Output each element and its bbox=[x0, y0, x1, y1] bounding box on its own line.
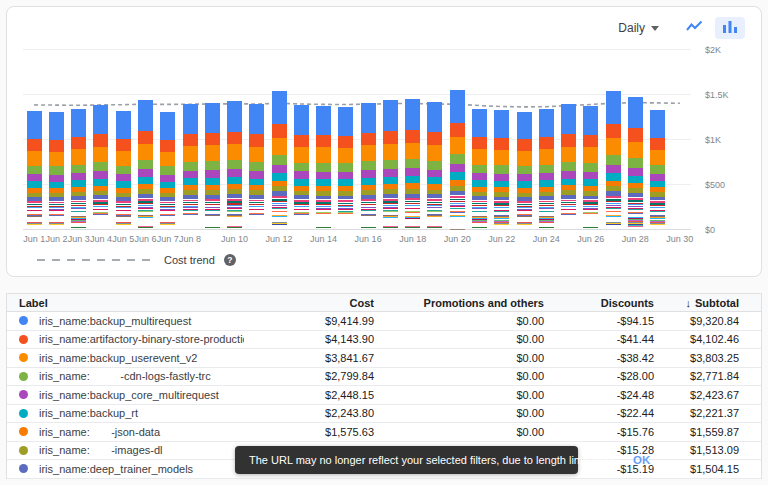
stacked-bar-jun-10[interactable] bbox=[227, 101, 242, 230]
bar-segment bbox=[405, 159, 420, 168]
bar-segment bbox=[27, 229, 42, 230]
stacked-bar-jun-14[interactable] bbox=[316, 106, 331, 230]
stacked-bar-jun-21[interactable] bbox=[472, 109, 487, 230]
stacked-bar-jun-16[interactable] bbox=[361, 103, 376, 230]
x-tick-label: Jun 22 bbox=[480, 234, 524, 244]
bar-segment bbox=[183, 134, 198, 147]
bar-segment bbox=[606, 165, 621, 173]
stacked-bar-jun-9[interactable] bbox=[205, 103, 220, 230]
bar-segment bbox=[227, 169, 242, 177]
bar-segment bbox=[361, 103, 376, 133]
bar-segment bbox=[650, 150, 665, 165]
bar-segment bbox=[361, 161, 376, 170]
stacked-bar-jun-24[interactable] bbox=[539, 109, 554, 230]
bar-segment bbox=[494, 150, 509, 165]
bar-segment bbox=[383, 229, 398, 230]
bar-segment bbox=[472, 109, 487, 137]
bar-segment bbox=[405, 130, 420, 143]
x-tick-label: Jun 24 bbox=[524, 234, 568, 244]
bar-segment bbox=[517, 151, 532, 166]
stacked-bar-jun-23[interactable] bbox=[517, 112, 532, 230]
bar-segment bbox=[272, 165, 287, 173]
row-label: iris_name: -cdn-logs-fastly-trc bbox=[39, 370, 211, 382]
x-tick-label: Jun 8 bbox=[168, 234, 212, 244]
bar-segment bbox=[539, 173, 554, 180]
stacked-bar-jun-22[interactable] bbox=[494, 110, 509, 230]
x-tick-label: Jun 10 bbox=[213, 234, 257, 244]
bar-segment bbox=[272, 91, 287, 124]
bar-segment bbox=[561, 171, 576, 179]
help-icon[interactable]: ? bbox=[224, 254, 236, 266]
bar-segment bbox=[472, 180, 487, 187]
header-subtotal[interactable]: ↓ Subtotal bbox=[654, 297, 739, 309]
stacked-bar-jun-18[interactable] bbox=[405, 99, 420, 230]
bar-segment bbox=[249, 179, 264, 186]
stacked-bar-jun-28[interactable] bbox=[628, 97, 643, 230]
header-discounts[interactable]: Discounts bbox=[544, 297, 654, 309]
stacked-bar-jun-6[interactable] bbox=[138, 100, 153, 230]
row-color-dot bbox=[19, 446, 28, 455]
stacked-bar-jun-2[interactable] bbox=[49, 112, 64, 230]
cost-trend-label: Cost trend bbox=[164, 254, 215, 266]
row-label: iris_name:backup_multirequest bbox=[39, 315, 191, 327]
row-subtotal: $2,771.84 bbox=[654, 370, 739, 382]
bar-segment bbox=[361, 145, 376, 161]
bar-segment bbox=[539, 180, 554, 187]
bar-segment bbox=[71, 149, 86, 164]
line-chart-toggle-button[interactable] bbox=[679, 17, 709, 39]
toast-message: The URL may no longer reflect your selec… bbox=[249, 454, 621, 466]
stacked-bar-jun-15[interactable] bbox=[338, 107, 353, 230]
bar-segment bbox=[227, 160, 242, 169]
bar-segment bbox=[427, 161, 442, 170]
stacked-bar-jun-26[interactable] bbox=[583, 106, 598, 230]
stacked-bar-jun-29[interactable] bbox=[650, 110, 665, 230]
row-cost: $9,414.99 bbox=[244, 315, 374, 327]
cost-chart-card: Daily bbox=[6, 6, 762, 277]
bar-chart-toggle-button[interactable] bbox=[715, 17, 745, 39]
bar-segment bbox=[650, 138, 665, 150]
toast-ok-button[interactable]: OK bbox=[633, 454, 650, 466]
x-tick-label: Jun 30 bbox=[658, 234, 702, 244]
stacked-bar-jun-12[interactable] bbox=[272, 91, 287, 230]
stacked-bar-jun-19[interactable] bbox=[427, 102, 442, 230]
stacked-bar-jun-7[interactable] bbox=[160, 112, 175, 230]
stacked-bar-jun-11[interactable] bbox=[249, 104, 264, 230]
stacked-bar-jun-5[interactable] bbox=[116, 111, 131, 230]
bar-segment bbox=[116, 151, 131, 166]
bar-segment bbox=[205, 229, 220, 230]
table-row: iris_name: -json-data $1,575.63 $0.00 -$… bbox=[7, 423, 761, 442]
interval-dropdown[interactable]: Daily bbox=[618, 21, 659, 35]
bar-segment bbox=[138, 229, 153, 230]
header-label[interactable]: Label bbox=[7, 297, 244, 309]
y-axis: $0$500$1K$1.5K$2K bbox=[699, 50, 739, 230]
bar-segment bbox=[539, 149, 554, 164]
row-cost: $1,575.63 bbox=[244, 426, 374, 438]
bar-segment bbox=[405, 168, 420, 176]
bar-segment bbox=[294, 163, 309, 172]
chart-type-toggles bbox=[679, 17, 745, 39]
bar-segment bbox=[650, 181, 665, 188]
bar-segment bbox=[93, 171, 108, 179]
stacked-bar-jun-20[interactable] bbox=[450, 90, 465, 230]
bar-segment bbox=[450, 90, 465, 123]
bar-segment bbox=[138, 160, 153, 169]
stacked-bar-jun-25[interactable] bbox=[561, 104, 576, 230]
row-discounts: -$24.48 bbox=[544, 389, 654, 401]
bar-segment bbox=[628, 97, 643, 128]
y-tick-label: $1.5K bbox=[705, 90, 729, 100]
stacked-bar-jun-17[interactable] bbox=[383, 100, 398, 230]
stacked-bar-jun-4[interactable] bbox=[93, 105, 108, 230]
stacked-bar-jun-8[interactable] bbox=[183, 104, 198, 230]
row-promotions: $0.00 bbox=[374, 352, 544, 364]
header-promotions[interactable]: Promotions and others bbox=[374, 297, 544, 309]
stacked-bar-jun-13[interactable] bbox=[294, 105, 309, 230]
row-label: iris_name:artifactory-binary-store-produ… bbox=[39, 333, 244, 345]
bar-segment bbox=[517, 174, 532, 181]
stacked-bar-jun-3[interactable] bbox=[71, 109, 86, 230]
bar-segment bbox=[227, 177, 242, 184]
header-cost[interactable]: Cost bbox=[244, 297, 374, 309]
stacked-bar-jun-1[interactable] bbox=[27, 111, 42, 230]
bar-segment bbox=[183, 104, 198, 134]
bar-segment bbox=[49, 112, 64, 140]
stacked-bar-jun-27[interactable] bbox=[606, 91, 621, 230]
